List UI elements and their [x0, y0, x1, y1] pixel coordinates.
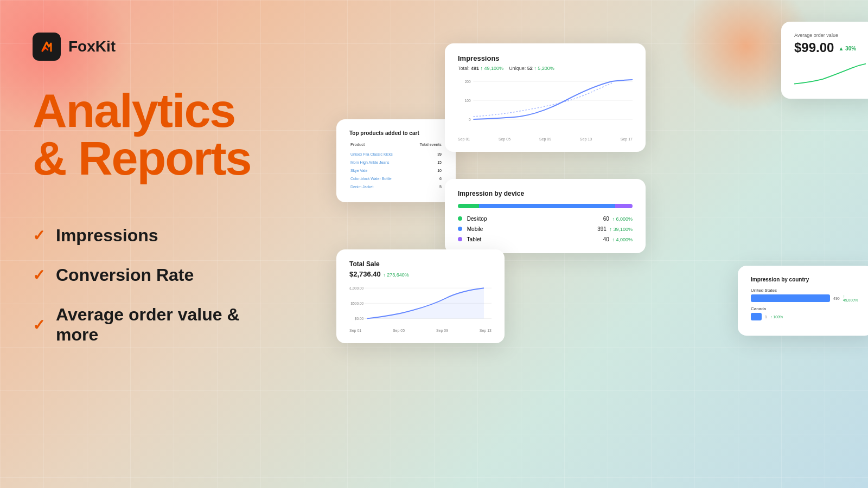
feature-label-conversion: Conversion Rate	[56, 265, 194, 285]
svg-text:$1,000.00: $1,000.00	[349, 286, 364, 290]
table-row: Unisex Fila Classic Kicks 39	[350, 151, 442, 158]
country-row-us: United States 490 ↑ 49,000%	[751, 288, 860, 302]
table-row: Skye Vate 10	[350, 167, 442, 174]
product-count: 39	[411, 151, 442, 158]
country-stat-us: ↑ 49,000%	[843, 294, 860, 302]
product-name: Color-block Water Bottle	[350, 175, 410, 182]
check-icon-conversion: ✓	[33, 266, 45, 284]
logo-icon	[33, 33, 61, 61]
sale-value: $2,736.40	[349, 270, 381, 278]
left-panel: FoxKit Analytics & Reports ✓ Impressions…	[0, 0, 288, 488]
sale-title: Total Sale	[349, 260, 492, 268]
col-product: Product	[350, 143, 410, 150]
headline-line2: & Reports	[33, 134, 255, 182]
device-name-tablet: Tablet	[458, 236, 481, 242]
impressions-chart: 200 100 0	[458, 79, 633, 133]
device-name-desktop: Desktop	[458, 216, 487, 222]
product-name: Denim Jacket	[350, 183, 410, 190]
device-bar-desktop	[458, 204, 479, 208]
sale-chart: $1,000.00 $500.00 $0.00	[349, 284, 492, 328]
device-bar	[458, 204, 633, 208]
product-count: 5	[411, 183, 442, 190]
headline: Analytics & Reports	[33, 87, 255, 182]
country-bar-us	[751, 294, 830, 302]
country-name-ca: Canada	[751, 306, 860, 311]
total-label: Total:	[458, 66, 470, 71]
aov-mini-chart	[794, 61, 866, 88]
logo-row: FoxKit	[33, 33, 255, 61]
features-list: ✓ Impressions ✓ Conversion Rate ✓ Averag…	[33, 226, 255, 345]
feature-item-conversion: ✓ Conversion Rate	[33, 265, 255, 285]
col-events: Total events	[411, 143, 442, 150]
card-average-order-value: Average order value $99.00 ▲ 30%	[781, 22, 868, 99]
check-icon-impressions: ✓	[33, 227, 45, 245]
device-count-mobile: 391 ↑ 39,100%	[597, 226, 633, 232]
unique-value: 52	[527, 66, 533, 71]
country-title: Impression by country	[751, 277, 860, 282]
country-name-us: United States	[751, 288, 860, 293]
total-value: 491	[471, 66, 479, 71]
product-count: 6	[411, 175, 442, 182]
svg-text:$500.00: $500.00	[351, 301, 364, 305]
table-row: Mom High Ankle Jeans 15	[350, 159, 442, 166]
country-stat-ca: ↑ 100%	[770, 315, 783, 319]
country-row-ca: Canada 1 ↑ 100%	[751, 306, 860, 320]
aov-value: $99.00	[794, 40, 834, 55]
sale-x-label: Sep 01	[349, 329, 361, 332]
sale-change: ↑ 273,640%	[383, 272, 409, 278]
unique-label: Unique:	[509, 66, 526, 71]
product-name: Mom High Ankle Jeans	[350, 159, 410, 166]
card-impressions: Impressions Total: 491 ↑ 49,100% Unique:…	[445, 43, 646, 152]
product-count: 15	[411, 159, 442, 166]
aov-change: ▲ 30%	[838, 46, 856, 52]
feature-item-impressions: ✓ Impressions	[33, 226, 255, 246]
device-bar-tablet	[615, 204, 633, 208]
svg-text:100: 100	[465, 99, 471, 102]
top-products-title: Top products added to cart	[349, 130, 443, 136]
aov-title: Average order value	[794, 33, 866, 38]
card-top-products: Top products added to cart Product Total…	[336, 119, 456, 202]
device-count-tablet: 40 ↑ 4,000%	[603, 236, 633, 242]
impressions-title: Impressions	[458, 54, 633, 62]
x-label: Sep 17	[621, 137, 633, 141]
total-pct: ↑ 49,100%	[481, 66, 504, 71]
device-title: Impression by device	[458, 190, 633, 197]
card-total-sale: Total Sale $2,736.40 ↑ 273,640% $1,000.0…	[336, 249, 505, 343]
device-row-mobile: Mobile 391 ↑ 39,100%	[458, 226, 633, 232]
device-dot-desktop	[458, 216, 462, 221]
device-dot-mobile	[458, 227, 462, 231]
table-row: Denim Jacket 5	[350, 183, 442, 190]
feature-label-aov: Average order value & more	[56, 305, 255, 345]
table-row: Color-block Water Bottle 6	[350, 175, 442, 182]
sale-x-label: Sep 13	[480, 329, 492, 332]
x-label: Sep 09	[539, 137, 551, 141]
card-impression-by-device: Impression by device Desktop 60 ↑ 6,000%	[445, 179, 646, 253]
content-wrapper: FoxKit Analytics & Reports ✓ Impressions…	[0, 0, 868, 488]
sale-value-row: $2,736.40 ↑ 273,640%	[349, 269, 492, 279]
product-count: 10	[411, 167, 442, 174]
products-table: Product Total events Unisex Fila Classic…	[349, 142, 443, 191]
impressions-x-labels: Sep 01 Sep 05 Sep 09 Sep 13 Sep 17	[458, 137, 633, 141]
check-icon-aov: ✓	[33, 316, 45, 334]
x-label: Sep 01	[458, 137, 470, 141]
product-name: Skye Vate	[350, 167, 410, 174]
headline-line1: Analytics	[33, 87, 255, 134]
right-panel: Top products added to cart Product Total…	[288, 0, 868, 488]
x-label: Sep 05	[499, 137, 510, 141]
sale-x-labels: Sep 01 Sep 05 Sep 09 Sep 13	[349, 329, 492, 332]
product-name: Unisex Fila Classic Kicks	[350, 151, 410, 158]
svg-text:$0.00: $0.00	[355, 317, 364, 320]
device-name-mobile: Mobile	[458, 226, 483, 232]
unique-pct: ↑ 5,200%	[534, 66, 554, 71]
impressions-stats: Total: 491 ↑ 49,100% Unique: 52 ↑ 5,200%	[458, 66, 633, 71]
device-rows: Desktop 60 ↑ 6,000% Mobile 391 ↑ 39,100%	[458, 216, 633, 242]
aov-value-row: $99.00 ▲ 30%	[794, 40, 866, 56]
country-bar-row-us: 490 ↑ 49,000%	[751, 294, 860, 302]
device-row-desktop: Desktop 60 ↑ 6,000%	[458, 216, 633, 222]
device-bar-mobile	[479, 204, 615, 208]
feature-label-impressions: Impressions	[56, 226, 158, 246]
device-count-desktop: 60 ↑ 6,000%	[603, 216, 633, 222]
device-row-tablet: Tablet 40 ↑ 4,000%	[458, 236, 633, 242]
sale-x-label: Sep 05	[393, 329, 405, 332]
device-dot-tablet	[458, 237, 462, 241]
